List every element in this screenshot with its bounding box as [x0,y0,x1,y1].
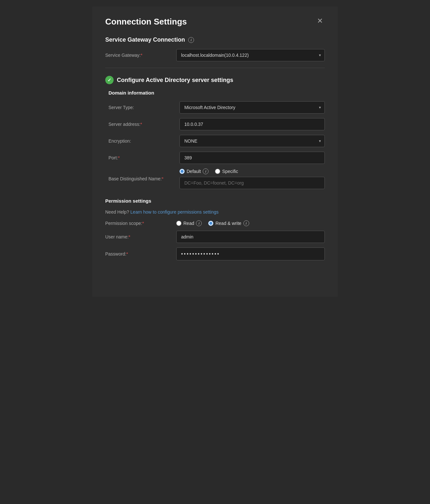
encryption-label: Encryption: [108,138,179,144]
server-type-select[interactable]: Microsoft Active Directory [179,101,325,114]
base-dn-default-info-icon[interactable]: i [203,168,209,174]
permission-section: Permission settings Need Help? Learn how… [105,198,325,260]
server-type-label: Server Type: [108,105,179,110]
base-dn-radio-group: Default i Specific [179,168,325,174]
base-dn-default-radio[interactable] [179,169,185,174]
base-dn-controls: Default i Specific [179,168,325,189]
password-label: Password:* [105,251,176,257]
read-write-permission-option[interactable]: Read & write i [208,220,249,226]
port-label: Port:* [108,155,179,160]
username-required: * [128,234,130,239]
section-divider [105,68,325,68]
service-gateway-required: * [141,53,142,58]
server-type-select-wrapper: Microsoft Active Directory ▾ [179,101,325,114]
read-permission-radio[interactable] [176,221,181,226]
domain-info-title: Domain information [108,90,325,96]
password-form-group: Password:* [105,247,325,260]
permission-scope-label: Permission scope:* [105,221,176,226]
port-required: * [118,155,120,160]
username-input[interactable] [176,231,325,243]
service-gateway-section: Service Gateway Connection i Service Gat… [105,36,325,61]
active-directory-title-row: Configure Active Directory server settin… [105,76,325,84]
server-type-form-group: Server Type: Microsoft Active Directory … [108,101,325,114]
modal-title: Connection Settings [105,17,187,27]
read-permission-option[interactable]: Read i [176,220,202,226]
active-directory-section-title: Configure Active Directory server settin… [117,77,233,84]
password-input[interactable] [176,247,325,260]
active-directory-section: Configure Active Directory server settin… [105,76,325,189]
service-gateway-info-icon[interactable]: i [188,37,194,43]
base-dn-form-group: Base Distinguished Name:* Default i Spec… [108,168,325,189]
base-dn-specific-radio[interactable] [215,169,220,174]
encryption-select-wrapper: NONE ▾ [179,135,325,147]
encryption-form-group: Encryption: NONE ▾ [108,135,325,147]
read-info-icon[interactable]: i [196,220,202,226]
help-row: Need Help? Learn how to configure permis… [105,209,325,215]
port-input[interactable] [179,152,325,164]
connection-settings-modal: Connection Settings ✕ Service Gateway Co… [92,6,338,297]
server-address-input[interactable] [179,118,325,130]
help-link[interactable]: Learn how to configure permissions setti… [130,209,219,215]
close-button[interactable]: ✕ [315,17,325,25]
server-address-form-group: Server address:* [108,118,325,130]
service-gateway-select-wrapper: localhost.localdomain(10.0.4.122) ▾ [176,49,325,61]
active-directory-form: Domain information Server Type: Microsof… [105,90,325,189]
password-required: * [126,251,128,257]
permission-scope-radio-group: Read i Read & write i [176,220,249,226]
service-gateway-label: Service Gateway:* [105,53,176,58]
permission-scope-form-group: Permission scope:* Read i Read & write i [105,220,325,226]
server-address-label: Server address:* [108,122,179,127]
service-gateway-title-row: Service Gateway Connection i [105,36,325,43]
base-dn-required: * [162,176,163,181]
read-write-permission-radio[interactable] [208,221,213,226]
read-write-info-icon[interactable]: i [243,220,249,226]
server-address-required: * [140,122,142,127]
base-dn-specific-option[interactable]: Specific [215,169,238,174]
base-dn-input[interactable] [179,177,325,189]
base-dn-label: Base Distinguished Name:* [108,176,179,181]
username-form-group: User name:* [105,231,325,243]
service-gateway-select[interactable]: localhost.localdomain(10.0.4.122) [176,49,325,61]
permission-scope-required: * [142,221,144,226]
active-directory-check-icon [105,76,114,84]
modal-header: Connection Settings ✕ [105,17,325,27]
permission-section-title: Permission settings [105,198,325,204]
service-gateway-form-group: Service Gateway:* localhost.localdomain(… [105,49,325,61]
encryption-select[interactable]: NONE [179,135,325,147]
base-dn-default-option[interactable]: Default i [179,168,209,174]
port-form-group: Port:* [108,152,325,164]
service-gateway-section-title: Service Gateway Connection [105,36,185,43]
username-label: User name:* [105,234,176,239]
